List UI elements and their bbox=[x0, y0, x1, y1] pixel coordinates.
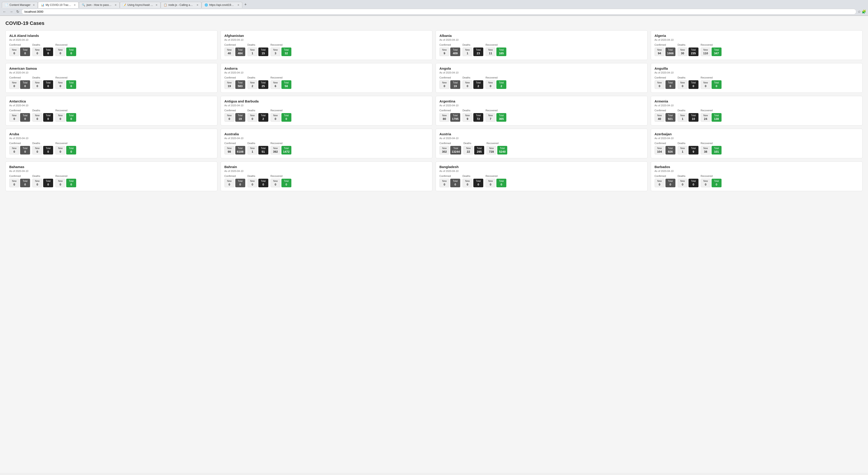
country-card-austria: Austria As of 2020-04-10 Confirmed New 3… bbox=[436, 129, 648, 158]
tab-covid-api[interactable]: 🌐 https://api.covid19api.com/sum... ✕ bbox=[202, 2, 242, 8]
country-name: Austria bbox=[439, 132, 644, 136]
confirmed-label: Confirmed bbox=[439, 142, 461, 145]
bookmark-icon[interactable]: ☆ bbox=[858, 9, 861, 14]
new-label: New bbox=[489, 147, 494, 149]
tab-close-icon[interactable]: ✕ bbox=[115, 4, 117, 6]
deaths-new-box: New 0 bbox=[32, 146, 42, 154]
confirmed-boxes: New 94 Total 1666 bbox=[655, 48, 675, 56]
deaths-new-value: 0 bbox=[36, 150, 38, 153]
total-label: Total bbox=[499, 114, 504, 117]
deaths-label: Deaths bbox=[248, 76, 268, 79]
recovered-total-value: 0 bbox=[716, 183, 717, 186]
recovered-total-value: 101 bbox=[714, 150, 719, 153]
recovered-label: Recovered bbox=[55, 76, 76, 79]
deaths-total-box: Total 0 bbox=[43, 80, 53, 89]
back-button[interactable]: ← bbox=[2, 9, 7, 14]
recovered-group: Recovered New 0 Total 0 bbox=[55, 43, 76, 56]
country-name: Afghanistan bbox=[224, 34, 429, 37]
deaths-boxes: New 0 Total 2 bbox=[248, 113, 268, 122]
deaths-boxes: New 1 Total 9 bbox=[678, 146, 699, 154]
deaths-group: Deaths New 1 Total 51 bbox=[248, 142, 268, 154]
recovered-total-box: Total 58 bbox=[281, 80, 291, 89]
new-label: New bbox=[680, 114, 685, 117]
recovered-group: Recovered New 728 Total 5240 bbox=[487, 142, 507, 154]
deaths-new-box: New 1 bbox=[678, 146, 688, 154]
recovered-new-box: New 3 bbox=[271, 48, 281, 56]
recovered-boxes: New 0 Total 0 bbox=[55, 80, 76, 89]
deaths-new-box: New 0 bbox=[32, 113, 42, 122]
deaths-boxes: New 0 Total 0 bbox=[248, 179, 268, 187]
recovered-label: Recovered bbox=[486, 109, 506, 112]
total-label: Total bbox=[284, 180, 289, 182]
recovered-new-box: New 0 bbox=[271, 179, 281, 187]
confirmed-total-box: Total 921 bbox=[665, 113, 675, 122]
tab-close-icon[interactable]: ✕ bbox=[156, 4, 158, 6]
recovered-new-value: 0 bbox=[705, 84, 706, 88]
recovered-boxes: New 0 Total 0 bbox=[55, 146, 76, 154]
page-title: COVID-19 Cases bbox=[5, 20, 863, 26]
tab-favicon: 📋 bbox=[164, 3, 167, 6]
tab-json[interactable]: 🔍 json - How to pass array of obje... ✕ bbox=[79, 2, 120, 8]
new-tab-button[interactable]: + bbox=[243, 1, 249, 8]
confirmed-total-box: Total 0 bbox=[450, 179, 460, 187]
deaths-boxes: New 2 Total 25 bbox=[248, 80, 268, 89]
confirmed-group: Confirmed New 0 Total 0 bbox=[224, 175, 245, 187]
confirmed-label: Confirmed bbox=[9, 142, 30, 145]
address-input[interactable] bbox=[22, 9, 856, 14]
deaths-label: Deaths bbox=[678, 109, 699, 112]
recovered-boxes: New 38 Total 101 bbox=[701, 146, 721, 154]
confirmed-group: Confirmed New 0 Total 0 bbox=[655, 175, 675, 187]
recovered-total-box: Total 101 bbox=[712, 146, 721, 154]
recovered-group: Recovered New 0 Total 0 bbox=[701, 76, 721, 89]
confirmed-label: Confirmed bbox=[224, 109, 245, 112]
extensions-icon[interactable]: 🧩 bbox=[862, 9, 866, 14]
recovered-group: Recovered New 0 Total 0 bbox=[55, 142, 76, 154]
recovered-total-box: Total 0 bbox=[281, 113, 291, 122]
stats-groups: Confirmed New 302 Total 13244 Deaths bbox=[439, 142, 644, 154]
deaths-new-box: New 30 bbox=[678, 48, 688, 56]
deaths-total-box: Total 0 bbox=[258, 179, 268, 187]
confirmed-new-box: New 302 bbox=[439, 146, 450, 154]
tab-close-icon[interactable]: ✕ bbox=[196, 4, 198, 6]
tab-close-icon[interactable]: ✕ bbox=[237, 4, 239, 6]
tab-async-await[interactable]: 📝 Using Async/Await in Express w... ✕ bbox=[120, 2, 160, 8]
confirmed-total-value: 926 bbox=[668, 150, 673, 153]
tab-close-icon[interactable]: ✕ bbox=[33, 4, 35, 6]
confirmed-new-value: 98 bbox=[228, 150, 231, 153]
confirmed-boxes: New 80 Total 1795 bbox=[439, 113, 460, 122]
browser-chrome: 📄 Content Manager ✕ 📊 My COVID-19 Tracke… bbox=[0, 0, 868, 16]
deaths-new-value: 1 bbox=[682, 117, 683, 121]
confirmed-new-value: 94 bbox=[658, 52, 661, 55]
deaths-total-box: Total 0 bbox=[688, 80, 699, 89]
new-label: New bbox=[657, 82, 662, 84]
tab-content-manager[interactable]: 📄 Content Manager ✕ bbox=[2, 2, 38, 8]
tab-favicon: 🔍 bbox=[82, 3, 85, 6]
deaths-boxes: New 1 Total 23 bbox=[463, 48, 483, 56]
new-label: New bbox=[250, 49, 254, 51]
deaths-group: Deaths New 0 Total 0 bbox=[32, 43, 53, 56]
total-label: Total bbox=[46, 180, 51, 182]
tab-favicon: 📊 bbox=[41, 3, 44, 6]
country-name: Armenia bbox=[655, 99, 859, 103]
reload-button[interactable]: ↻ bbox=[16, 9, 20, 14]
deaths-total-box: Total 0 bbox=[43, 179, 53, 187]
deaths-total-box: Total 25 bbox=[258, 80, 268, 89]
recovered-boxes: New 0 Total 0 bbox=[701, 80, 721, 89]
confirmed-new-value: 40 bbox=[658, 117, 661, 121]
country-name: Bangladesh bbox=[439, 165, 644, 169]
tab-covid-tracker[interactable]: 📊 My COVID-19 Tracker ✕ bbox=[38, 2, 79, 8]
forward-button[interactable]: → bbox=[8, 9, 14, 14]
recovered-total-value: 1472 bbox=[283, 150, 289, 153]
country-name: Antigua and Barbuda bbox=[224, 99, 429, 103]
deaths-label: Deaths bbox=[463, 175, 483, 177]
confirmed-new-value: 0 bbox=[13, 117, 15, 121]
new-label: New bbox=[35, 147, 39, 149]
confirmed-total-box: Total 19 bbox=[235, 113, 245, 122]
new-label: New bbox=[657, 49, 662, 51]
country-name: Andorra bbox=[224, 66, 429, 70]
recovered-total-value: 5240 bbox=[499, 150, 506, 153]
confirmed-new-value: 0 bbox=[659, 84, 660, 88]
tab-close-icon[interactable]: ✕ bbox=[74, 4, 76, 6]
tab-nodejs[interactable]: 📋 node.js - Calling an API endpoin... ✕ bbox=[161, 2, 202, 8]
deaths-boxes: New 30 Total 235 bbox=[678, 48, 699, 56]
